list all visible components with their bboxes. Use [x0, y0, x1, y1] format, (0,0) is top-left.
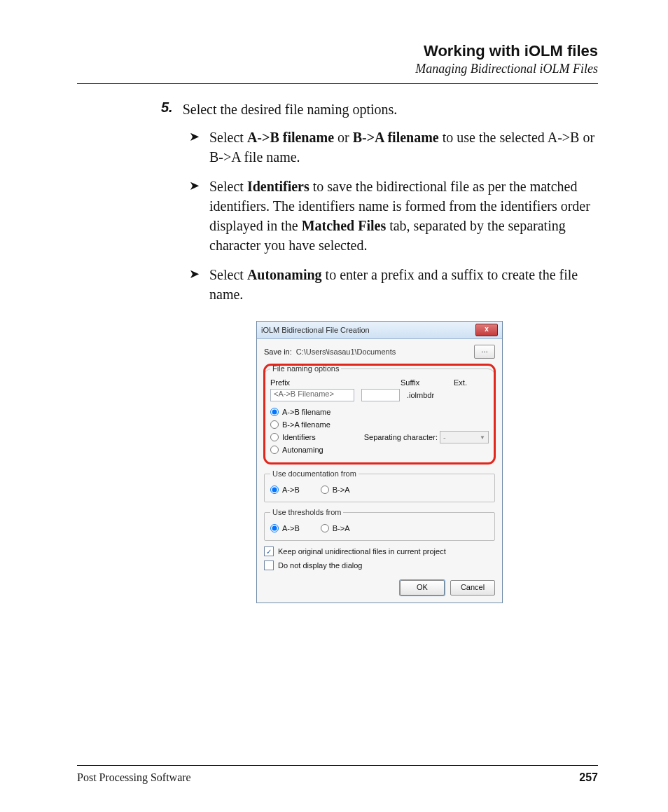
page: Working with iOLM files Managing Bidirec… [0, 0, 668, 812]
use-doc-group: Use documentation from A->B B->A [264, 469, 495, 502]
prefix-label: Prefix [270, 378, 389, 387]
page-number: 257 [579, 771, 598, 784]
doc-ab[interactable]: A->B [270, 483, 300, 496]
file-naming-legend: File naming options [270, 364, 341, 373]
close-button[interactable]: x [475, 324, 498, 336]
body: 5. Select the desired file naming option… [161, 99, 598, 603]
use-thr-legend: Use thresholds from [270, 508, 343, 516]
doc-ba[interactable]: B->A [321, 483, 350, 496]
suffix-label: Suffix [401, 378, 443, 387]
bullet-arrow-icon: ➤ [189, 265, 200, 304]
dialog-title: iOLM Bidirectional File Creation [261, 326, 370, 334]
bullet-2: ➤ Select Identifiers to save the bidirec… [189, 177, 598, 255]
use-doc-legend: Use documentation from [270, 469, 359, 478]
bullet-arrow-icon: ➤ [189, 177, 200, 255]
radio-identifiers[interactable]: Identifiers [270, 431, 316, 443]
step-text: Select the desired file naming options. [183, 99, 398, 119]
save-in-label: Save in: [264, 347, 292, 356]
dialog-titlebar: iOLM Bidirectional File Creation x [257, 322, 502, 339]
use-thr-group: Use thresholds from A->B B->A [264, 508, 495, 541]
keep-files-row[interactable]: ✓ Keep original unidirectional files in … [264, 546, 495, 556]
ok-button[interactable]: OK [400, 580, 445, 596]
bullet-1: ➤ Select A->B filename or B->A filename … [189, 128, 598, 167]
section-title: Managing Bidirectional iOLM Files [77, 62, 598, 76]
keep-files-label: Keep original unidirectional files in cu… [278, 547, 446, 556]
step-number: 5. [161, 99, 173, 119]
sep-label: Separating character: [364, 433, 438, 441]
dialog-screenshot: iOLM Bidirectional File Creation x Save … [256, 321, 503, 603]
bullet-3: ➤ Select Autonaming to enter a prefix an… [189, 265, 598, 304]
step-5: 5. Select the desired file naming option… [161, 99, 598, 119]
chevron-down-icon: ▼ [480, 434, 485, 441]
ext-value: .iolmbdr [407, 391, 442, 399]
hide-dialog-label: Do not display the dialog [278, 561, 362, 570]
thr-ba[interactable]: B->A [321, 522, 350, 535]
dialog-body: Save in: C:\Users\isasau1\Documents … Fi… [257, 339, 502, 603]
page-footer: Post Processing Software 257 [77, 765, 598, 784]
radio-ab-filename[interactable]: A->B filename [270, 406, 489, 418]
bullet-3-text: Select Autonaming to enter a prefix and … [209, 265, 598, 304]
footer-left: Post Processing Software [77, 771, 191, 784]
checkbox-checked-icon: ✓ [264, 546, 274, 556]
bullet-arrow-icon: ➤ [189, 128, 200, 167]
thr-ab[interactable]: A->B [270, 522, 300, 535]
bullet-1-text: Select A->B filename or B->A filename to… [209, 128, 598, 167]
cancel-button[interactable]: Cancel [450, 580, 495, 596]
sep-combo[interactable]: -▼ [440, 431, 489, 443]
prefix-input[interactable]: <A->B Filename> [270, 389, 354, 401]
ext-label: Ext. [454, 378, 489, 387]
radio-autonaming[interactable]: Autonaming [270, 443, 489, 456]
checkbox-icon [264, 560, 274, 570]
bullet-2-text: Select Identifiers to save the bidirecti… [209, 177, 598, 255]
save-path: C:\Users\isasau1\Documents [296, 347, 470, 356]
browse-button[interactable]: … [474, 345, 495, 359]
chapter-title: Working with iOLM files [77, 42, 598, 60]
hide-dialog-row[interactable]: Do not display the dialog [264, 560, 495, 570]
save-in-row: Save in: C:\Users\isasau1\Documents … [264, 345, 495, 359]
bullet-list: ➤ Select A->B filename or B->A filename … [189, 128, 598, 304]
header-rule [77, 83, 598, 84]
suffix-input[interactable] [361, 389, 400, 401]
file-naming-group: File naming options Prefix Suffix Ext. <… [264, 364, 495, 464]
radio-ba-filename[interactable]: B->A filename [270, 418, 489, 431]
page-header: Working with iOLM files Managing Bidirec… [77, 42, 598, 76]
